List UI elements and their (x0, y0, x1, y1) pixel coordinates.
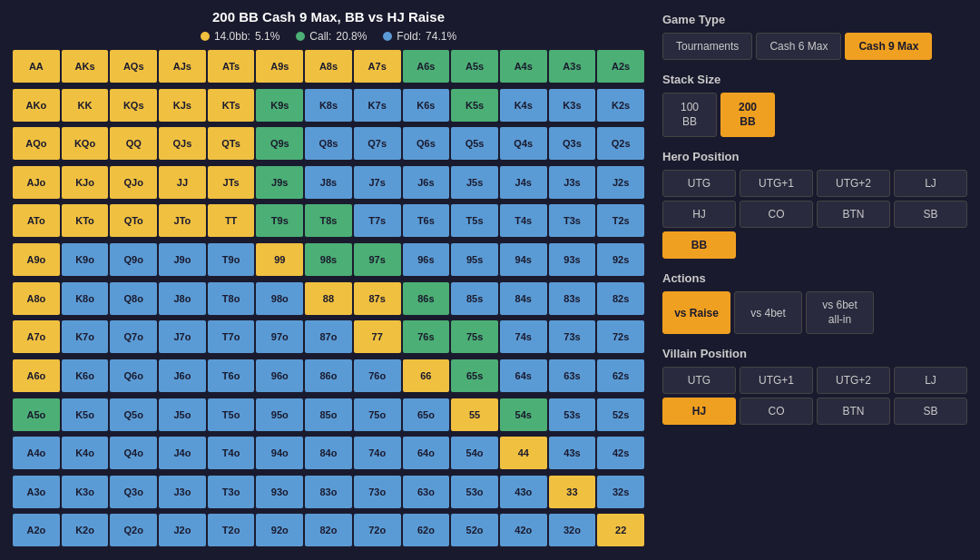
btn-100bb[interactable]: 100BB (662, 93, 717, 137)
cell-t5o[interactable]: T5o (208, 398, 255, 431)
hero-btn-sb[interactable]: SB (894, 201, 967, 228)
hero-btn-utg[interactable]: UTG (662, 170, 736, 197)
cell-99[interactable]: 99 (256, 243, 303, 276)
cell-q6o[interactable]: Q6o (110, 359, 157, 392)
cell-q3o[interactable]: Q3o (110, 476, 157, 508)
cell-97o[interactable]: 97o (256, 320, 303, 353)
cell-52o[interactable]: 52o (451, 514, 498, 546)
cell-qjo[interactable]: QJo (110, 166, 157, 199)
cell-62o[interactable]: 62o (403, 514, 450, 546)
cell-83s[interactable]: 83s (549, 282, 596, 315)
hero-btn-btn[interactable]: BTN (817, 201, 890, 228)
cell-jts[interactable]: JTs (208, 166, 255, 199)
cell-a4s[interactable]: A4s (500, 50, 547, 83)
cell-k6s[interactable]: K6s (403, 89, 450, 122)
cell-qts[interactable]: QTs (208, 127, 255, 160)
cell-k3o[interactable]: K3o (62, 476, 109, 508)
hero-btn-utg1[interactable]: UTG+1 (740, 170, 813, 197)
cell-96o[interactable]: 96o (256, 359, 303, 392)
cell-43s[interactable]: 43s (549, 437, 596, 469)
cell-qto[interactable]: QTo (110, 204, 157, 237)
cell-a6s[interactable]: A6s (403, 50, 450, 83)
cell-54o[interactable]: 54o (451, 437, 498, 469)
cell-t9s[interactable]: T9s (256, 204, 303, 237)
cell-43o[interactable]: 43o (500, 476, 547, 508)
villain-btn-co[interactable]: CO (740, 398, 813, 425)
cell-75o[interactable]: 75o (354, 398, 401, 431)
cell-44[interactable]: 44 (500, 437, 547, 469)
cell-qjs[interactable]: QJs (159, 127, 206, 160)
cell-72o[interactable]: 72o (354, 514, 401, 546)
btn-tournaments[interactable]: Tournaments (662, 33, 752, 60)
cell-t8o[interactable]: T8o (208, 282, 255, 315)
cell-a2o[interactable]: A2o (13, 514, 60, 546)
villain-btn-utg2[interactable]: UTG+2 (817, 367, 890, 394)
cell-53o[interactable]: 53o (451, 476, 498, 508)
cell-t6o[interactable]: T6o (208, 359, 255, 392)
cell-98s[interactable]: 98s (305, 243, 352, 276)
cell-k9o[interactable]: K9o (62, 243, 109, 276)
cell-a3o[interactable]: A3o (13, 476, 60, 508)
villain-btn-sb[interactable]: SB (894, 398, 967, 425)
cell-75s[interactable]: 75s (451, 320, 498, 353)
cell-87o[interactable]: 87o (305, 320, 352, 353)
cell-j7s[interactable]: J7s (354, 166, 401, 199)
cell-a9o[interactable]: A9o (13, 243, 60, 276)
cell-kjo[interactable]: KJo (62, 166, 109, 199)
cell-k7s[interactable]: K7s (354, 89, 401, 122)
cell-95o[interactable]: 95o (256, 398, 303, 431)
cell-q4s[interactable]: Q4s (500, 127, 547, 160)
cell-t7s[interactable]: T7s (354, 204, 401, 237)
cell-aqo[interactable]: AQo (13, 127, 60, 160)
btn-vs-raise[interactable]: vs Raise (662, 291, 730, 334)
cell-q8s[interactable]: Q8s (305, 127, 352, 160)
cell-q9s[interactable]: Q9s (256, 127, 303, 160)
cell-j8o[interactable]: J8o (159, 282, 206, 315)
cell-64s[interactable]: 64s (500, 359, 547, 392)
cell-92o[interactable]: 92o (256, 514, 303, 546)
cell-32s[interactable]: 32s (597, 476, 644, 508)
hero-btn-co[interactable]: CO (740, 201, 813, 228)
cell-kto[interactable]: KTo (62, 204, 109, 237)
cell-j5s[interactable]: J5s (451, 166, 498, 199)
cell-64o[interactable]: 64o (403, 437, 450, 469)
cell-ats[interactable]: ATs (208, 50, 255, 83)
cell-t2s[interactable]: T2s (597, 204, 644, 237)
cell-j6s[interactable]: J6s (403, 166, 450, 199)
cell-qq[interactable]: QQ (110, 127, 157, 160)
cell-65o[interactable]: 65o (403, 398, 450, 431)
cell-52s[interactable]: 52s (597, 398, 644, 431)
cell-42o[interactable]: 42o (500, 514, 547, 546)
cell-a5s[interactable]: A5s (451, 50, 498, 83)
cell-q9o[interactable]: Q9o (110, 243, 157, 276)
cell-t9o[interactable]: T9o (208, 243, 255, 276)
cell-82s[interactable]: 82s (597, 282, 644, 315)
cell-a3s[interactable]: A3s (549, 50, 596, 83)
cell-k5o[interactable]: K5o (62, 398, 109, 431)
cell-jj[interactable]: JJ (159, 166, 206, 199)
cell-q2o[interactable]: Q2o (110, 514, 157, 546)
cell-aqs[interactable]: AQs (110, 50, 157, 83)
cell-k4o[interactable]: K4o (62, 437, 109, 469)
cell-kts[interactable]: KTs (208, 89, 255, 122)
cell-77[interactable]: 77 (354, 320, 401, 353)
cell-jto[interactable]: JTo (159, 204, 206, 237)
cell-q8o[interactable]: Q8o (110, 282, 157, 315)
cell-a2s[interactable]: A2s (597, 50, 644, 83)
cell-j4o[interactable]: J4o (159, 437, 206, 469)
btn-200bb[interactable]: 200BB (720, 93, 775, 137)
btn-vs-6bet[interactable]: vs 6betall-in (806, 291, 874, 334)
cell-k6o[interactable]: K6o (62, 359, 109, 392)
btn-cash9max[interactable]: Cash 9 Max (845, 33, 932, 60)
cell-k3s[interactable]: K3s (549, 89, 596, 122)
hero-btn-hj[interactable]: HJ (662, 201, 736, 228)
cell-93o[interactable]: 93o (256, 476, 303, 508)
cell-a8o[interactable]: A8o (13, 282, 60, 315)
cell-q3s[interactable]: Q3s (549, 127, 596, 160)
cell-q2s[interactable]: Q2s (597, 127, 644, 160)
cell-j9s[interactable]: J9s (256, 166, 303, 199)
cell-t6s[interactable]: T6s (403, 204, 450, 237)
cell-33[interactable]: 33 (549, 476, 596, 508)
cell-j4s[interactable]: J4s (500, 166, 547, 199)
cell-t5s[interactable]: T5s (451, 204, 498, 237)
